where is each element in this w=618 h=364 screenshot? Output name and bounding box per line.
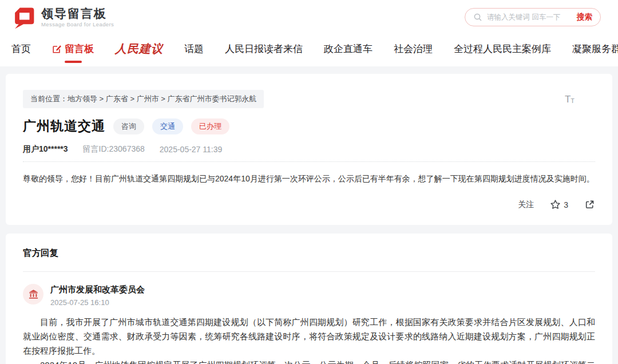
nav-item-people-suggestions[interactable]: 人民建议 (115, 41, 163, 57)
message-title: 广州轨道交通 (23, 117, 105, 135)
breadcrumb[interactable]: 当前位置：地方领导 > 广东省 > 广州市 > 广东省广州市委书记郭永航 (23, 90, 264, 108)
main-nav: 首页 留言板 人民建议 话题 人民日报读者来信 政企直通车 社会治理 全过程人民… (0, 34, 618, 66)
message-id: 留言ID:23067368 (83, 144, 145, 155)
message-content: 尊敬的领导，您好！目前广州轨道交通第四期规划已与2024年10月进行第一次环评公… (23, 172, 595, 185)
reply-body: 目前，我市开展了广州市城市轨道交通第四期建设规划（以下简称广州四期规划）研究工作… (23, 315, 595, 364)
tag-domain: 交通 (152, 118, 183, 134)
search-icon (473, 13, 482, 22)
nav-item-readers-letters[interactable]: 人民日报读者来信 (225, 42, 303, 56)
message-user: 用户10*****3 (23, 144, 68, 155)
nav-item-label: 留言板 (65, 42, 94, 56)
nav-item-democracy-cases[interactable]: 全过程人民民主案例库 (454, 42, 551, 56)
site-logo[interactable]: 领导留言板 Message Board for Leaders (11, 5, 114, 29)
reply-divider (23, 271, 595, 272)
logo-title: 领导留言板 (41, 7, 114, 20)
share-icon (584, 199, 595, 210)
logo-subtitle: Message Board for Leaders (41, 22, 114, 27)
reply-date: 2025-07-25 16:10 (50, 298, 145, 307)
nav-item-topics[interactable]: 话题 (184, 42, 204, 56)
reply-section-title: 官方回复 (23, 247, 595, 259)
nav-item-gov-business-line[interactable]: 政企直通车 (324, 42, 373, 56)
message-date: 2025-05-27 11:39 (160, 145, 223, 154)
search-button[interactable]: 搜索 (577, 12, 592, 22)
search-box[interactable]: 搜索 (465, 8, 601, 26)
share-button[interactable] (584, 199, 595, 210)
star-icon (550, 199, 561, 210)
font-size-small-t: T (571, 98, 575, 104)
star-count: 3 (564, 200, 568, 209)
government-building-icon (28, 289, 39, 300)
nav-item-home[interactable]: 首页 (11, 42, 31, 56)
reply-paragraph: 2024年10月，广州地铁集团按规定开展了广州四期规划环评第一次公示，公示为期一… (23, 358, 595, 364)
font-size-control[interactable]: TT (565, 94, 575, 104)
reply-org-name: 广州市发展和改革委员会 (50, 284, 145, 295)
reply-paragraph: 目前，我市开展了广州市城市轨道交通第四期建设规划（以下简称广州四期规划）研究工作… (23, 315, 595, 358)
message-card: 当前位置：地方领导 > 广东省 > 广州市 > 广东省广州市委书记郭永航 TT … (6, 74, 612, 225)
font-size-big-t: T (565, 94, 571, 104)
official-reply-card: 官方回复 广州市发展和改革委员会 2025-07-25 16:10 (6, 234, 612, 364)
nav-item-serve-masses[interactable]: 凝聚服务群众 (572, 42, 618, 56)
org-avatar (23, 284, 43, 304)
star-button[interactable]: 3 (550, 199, 568, 210)
edit-pencil-icon (52, 44, 62, 54)
status-badge: 已办理 (191, 118, 229, 134)
follow-button[interactable]: 关注 (518, 200, 534, 210)
logo-speech-bubble-icon (11, 5, 35, 29)
search-input[interactable] (487, 13, 572, 21)
tag-category: 咨询 (113, 118, 144, 134)
nav-item-message-board[interactable]: 留言板 (52, 42, 94, 56)
top-header: 领导留言板 Message Board for Leaders 搜索 (0, 0, 618, 34)
dotted-divider (23, 161, 595, 162)
nav-item-social-governance[interactable]: 社会治理 (394, 42, 433, 56)
